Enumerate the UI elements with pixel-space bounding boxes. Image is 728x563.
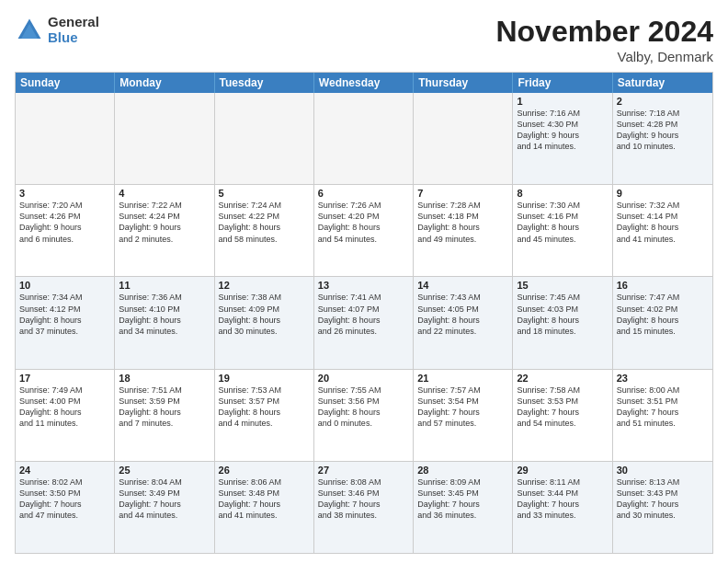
day-number: 3 [19, 188, 110, 199]
day-info: Sunrise: 7:47 AM Sunset: 4:02 PM Dayligh… [617, 292, 709, 337]
day-info: Sunrise: 8:06 AM Sunset: 3:48 PM Dayligh… [219, 477, 310, 522]
logo-icon [15, 16, 44, 45]
day-info: Sunrise: 8:02 AM Sunset: 3:50 PM Dayligh… [19, 477, 110, 522]
day-info: Sunrise: 7:43 AM Sunset: 4:05 PM Dayligh… [417, 292, 508, 337]
day-cell-3: 3Sunrise: 7:20 AM Sunset: 4:26 PM Daylig… [16, 185, 115, 276]
day-cell-22: 22Sunrise: 7:58 AM Sunset: 3:53 PM Dayli… [513, 370, 612, 461]
day-number: 10 [19, 280, 110, 291]
day-number: 18 [119, 373, 210, 384]
day-info: Sunrise: 7:28 AM Sunset: 4:18 PM Dayligh… [417, 200, 508, 245]
day-number: 25 [119, 465, 210, 476]
day-number: 5 [219, 188, 310, 199]
empty-cell [215, 93, 314, 184]
page: General Blue November 2024 Valby, Denmar… [0, 0, 728, 563]
day-info: Sunrise: 7:49 AM Sunset: 4:00 PM Dayligh… [19, 385, 110, 430]
logo-general-text: General [48, 15, 99, 30]
day-info: Sunrise: 8:09 AM Sunset: 3:45 PM Dayligh… [417, 477, 508, 522]
calendar-body: 1Sunrise: 7:16 AM Sunset: 4:30 PM Daylig… [16, 93, 712, 553]
day-cell-11: 11Sunrise: 7:36 AM Sunset: 4:10 PM Dayli… [115, 277, 214, 368]
day-number: 20 [318, 373, 409, 384]
day-cell-15: 15Sunrise: 7:45 AM Sunset: 4:03 PM Dayli… [513, 277, 612, 368]
day-number: 22 [517, 373, 608, 384]
location: Valby, Denmark [495, 49, 713, 64]
day-info: Sunrise: 7:34 AM Sunset: 4:12 PM Dayligh… [19, 292, 110, 337]
header-day-tuesday: Tuesday [215, 73, 314, 93]
day-cell-25: 25Sunrise: 8:04 AM Sunset: 3:49 PM Dayli… [115, 462, 214, 553]
title-block: November 2024 Valby, Denmark [495, 15, 713, 64]
day-info: Sunrise: 7:57 AM Sunset: 3:54 PM Dayligh… [417, 385, 508, 430]
day-cell-16: 16Sunrise: 7:47 AM Sunset: 4:02 PM Dayli… [613, 277, 712, 368]
day-number: 23 [617, 373, 709, 384]
day-cell-9: 9Sunrise: 7:32 AM Sunset: 4:14 PM Daylig… [613, 185, 712, 276]
day-info: Sunrise: 8:04 AM Sunset: 3:49 PM Dayligh… [119, 477, 210, 522]
day-cell-26: 26Sunrise: 8:06 AM Sunset: 3:48 PM Dayli… [215, 462, 314, 553]
header-day-friday: Friday [513, 73, 612, 93]
day-info: Sunrise: 7:16 AM Sunset: 4:30 PM Dayligh… [517, 108, 608, 153]
day-cell-5: 5Sunrise: 7:24 AM Sunset: 4:22 PM Daylig… [215, 185, 314, 276]
day-cell-1: 1Sunrise: 7:16 AM Sunset: 4:30 PM Daylig… [513, 93, 612, 184]
day-cell-28: 28Sunrise: 8:09 AM Sunset: 3:45 PM Dayli… [414, 462, 513, 553]
day-cell-18: 18Sunrise: 7:51 AM Sunset: 3:59 PM Dayli… [115, 370, 214, 461]
day-number: 16 [617, 280, 709, 291]
day-number: 27 [318, 465, 409, 476]
day-number: 17 [19, 373, 110, 384]
day-number: 4 [119, 188, 210, 199]
day-info: Sunrise: 7:51 AM Sunset: 3:59 PM Dayligh… [119, 385, 210, 430]
day-number: 21 [417, 373, 508, 384]
day-number: 6 [318, 188, 409, 199]
calendar-row-2: 10Sunrise: 7:34 AM Sunset: 4:12 PM Dayli… [16, 276, 712, 368]
calendar-header: SundayMondayTuesdayWednesdayThursdayFrid… [16, 73, 712, 93]
day-info: Sunrise: 7:45 AM Sunset: 4:03 PM Dayligh… [517, 292, 608, 337]
day-number: 30 [617, 465, 709, 476]
empty-cell [314, 93, 414, 184]
day-number: 24 [19, 465, 110, 476]
day-info: Sunrise: 7:41 AM Sunset: 4:07 PM Dayligh… [318, 292, 409, 337]
logo-text: General Blue [48, 15, 99, 45]
day-info: Sunrise: 7:36 AM Sunset: 4:10 PM Dayligh… [119, 292, 210, 337]
header-day-thursday: Thursday [414, 73, 513, 93]
day-number: 14 [417, 280, 508, 291]
day-cell-19: 19Sunrise: 7:53 AM Sunset: 3:57 PM Dayli… [215, 370, 314, 461]
calendar-row-1: 3Sunrise: 7:20 AM Sunset: 4:26 PM Daylig… [16, 184, 712, 276]
day-number: 29 [517, 465, 608, 476]
day-info: Sunrise: 7:18 AM Sunset: 4:28 PM Dayligh… [617, 108, 709, 153]
day-cell-7: 7Sunrise: 7:28 AM Sunset: 4:18 PM Daylig… [414, 185, 513, 276]
day-info: Sunrise: 8:13 AM Sunset: 3:43 PM Dayligh… [617, 477, 709, 522]
month-title: November 2024 [495, 15, 713, 49]
day-number: 8 [517, 188, 608, 199]
day-cell-21: 21Sunrise: 7:57 AM Sunset: 3:54 PM Dayli… [414, 370, 513, 461]
day-number: 13 [318, 280, 409, 291]
empty-cell [16, 93, 115, 184]
empty-cell [414, 93, 513, 184]
day-cell-24: 24Sunrise: 8:02 AM Sunset: 3:50 PM Dayli… [16, 462, 115, 553]
day-number: 19 [219, 373, 310, 384]
day-number: 2 [617, 96, 709, 107]
day-info: Sunrise: 7:38 AM Sunset: 4:09 PM Dayligh… [219, 292, 310, 337]
calendar: SundayMondayTuesdayWednesdayThursdayFrid… [15, 72, 713, 554]
day-info: Sunrise: 7:32 AM Sunset: 4:14 PM Dayligh… [617, 200, 709, 245]
header: General Blue November 2024 Valby, Denmar… [15, 15, 713, 64]
day-info: Sunrise: 7:53 AM Sunset: 3:57 PM Dayligh… [219, 385, 310, 430]
day-info: Sunrise: 7:55 AM Sunset: 3:56 PM Dayligh… [318, 385, 409, 430]
calendar-row-4: 24Sunrise: 8:02 AM Sunset: 3:50 PM Dayli… [16, 461, 712, 553]
day-info: Sunrise: 7:20 AM Sunset: 4:26 PM Dayligh… [19, 200, 110, 245]
day-cell-2: 2Sunrise: 7:18 AM Sunset: 4:28 PM Daylig… [613, 93, 712, 184]
day-number: 9 [617, 188, 709, 199]
day-number: 7 [417, 188, 508, 199]
day-cell-10: 10Sunrise: 7:34 AM Sunset: 4:12 PM Dayli… [16, 277, 115, 368]
calendar-row-0: 1Sunrise: 7:16 AM Sunset: 4:30 PM Daylig… [16, 93, 712, 184]
day-number: 12 [219, 280, 310, 291]
header-day-sunday: Sunday [16, 73, 115, 93]
day-cell-8: 8Sunrise: 7:30 AM Sunset: 4:16 PM Daylig… [513, 185, 612, 276]
logo: General Blue [15, 15, 99, 45]
day-cell-27: 27Sunrise: 8:08 AM Sunset: 3:46 PM Dayli… [314, 462, 414, 553]
day-cell-14: 14Sunrise: 7:43 AM Sunset: 4:05 PM Dayli… [414, 277, 513, 368]
day-number: 11 [119, 280, 210, 291]
header-day-monday: Monday [115, 73, 214, 93]
day-number: 15 [517, 280, 608, 291]
empty-cell [115, 93, 214, 184]
day-info: Sunrise: 7:22 AM Sunset: 4:24 PM Dayligh… [119, 200, 210, 245]
day-cell-23: 23Sunrise: 8:00 AM Sunset: 3:51 PM Dayli… [613, 370, 712, 461]
day-cell-30: 30Sunrise: 8:13 AM Sunset: 3:43 PM Dayli… [613, 462, 712, 553]
day-cell-29: 29Sunrise: 8:11 AM Sunset: 3:44 PM Dayli… [513, 462, 612, 553]
